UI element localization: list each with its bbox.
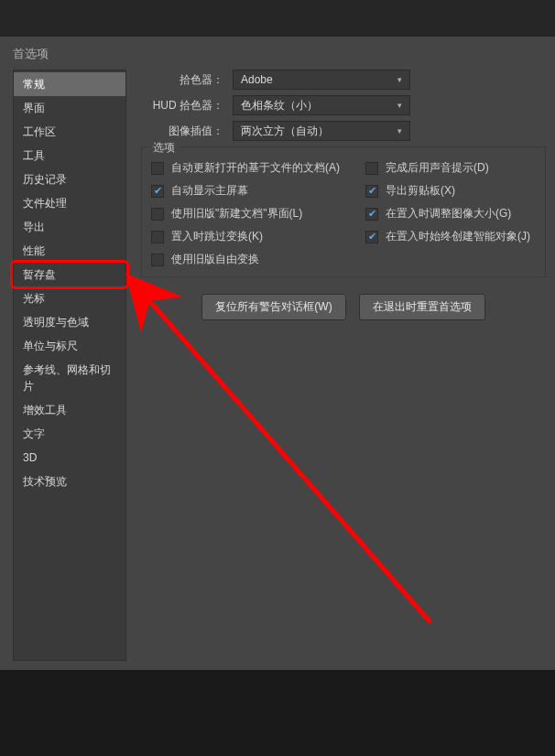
option-checkbox[interactable]: 使用旧版自由变换	[151, 252, 362, 267]
interp-row: 图像插值： 两次立方（自动） ▾	[141, 121, 546, 141]
color-picker-label: 拾色器：	[141, 72, 233, 88]
option-checkbox[interactable]: 使用旧版"新建文档"界面(L)	[151, 206, 362, 221]
reset-warnings-button[interactable]: 复位所有警告对话框(W)	[201, 294, 345, 320]
sidebar-item[interactable]: 性能	[14, 239, 125, 263]
option-label: 自动更新打开的基于文件的文档(A)	[171, 160, 340, 176]
hud-picker-row: HUD 拾色器： 色相条纹（小） ▾	[141, 95, 546, 115]
dialog-body: 常规界面工作区工具历史记录文件处理导出性能暂存盘光标透明度与色域单位与标尺参考线…	[0, 70, 555, 670]
option-checkbox[interactable]: 置入时跳过变换(K)	[151, 229, 362, 244]
checkbox-checked-icon	[151, 185, 164, 198]
color-picker-select[interactable]: Adobe ▾	[233, 70, 410, 90]
sidebar-item[interactable]: 参考线、网格和切片	[14, 358, 125, 398]
interp-label: 图像插值：	[141, 124, 233, 139]
option-label: 使用旧版"新建文档"界面(L)	[171, 206, 302, 221]
sidebar-item[interactable]: 历史记录	[14, 167, 125, 191]
sidebar-item[interactable]: 文字	[14, 422, 125, 446]
option-label: 使用旧版自由变换	[171, 252, 259, 267]
option-checkbox[interactable]: 自动显示主屏幕	[151, 183, 362, 199]
interp-value: 两次立方（自动）	[241, 124, 329, 139]
preferences-dialog: 首选项 常规界面工作区工具历史记录文件处理导出性能暂存盘光标透明度与色域单位与标…	[0, 37, 555, 670]
buttons-row: 复位所有警告对话框(W) 在退出时重置首选项	[141, 294, 546, 320]
sidebar-item[interactable]: 导出	[14, 215, 125, 239]
options-legend: 选项	[149, 140, 179, 156]
sidebar-item[interactable]: 文件处理	[14, 191, 125, 215]
option-label: 完成后用声音提示(D)	[386, 160, 489, 176]
checkbox-unchecked-icon	[151, 231, 164, 243]
hud-picker-label: HUD 拾色器：	[141, 98, 233, 113]
chevron-down-icon: ▾	[397, 101, 402, 110]
sidebar-item[interactable]: 界面	[14, 96, 125, 120]
reset-on-quit-button[interactable]: 在退出时重置首选项	[359, 294, 485, 320]
option-checkbox[interactable]: 在置入时调整图像大小(G)	[365, 206, 536, 221]
options-grid: 自动更新打开的基于文件的文档(A)完成后用声音提示(D)自动显示主屏幕导出剪贴板…	[151, 160, 536, 267]
checkbox-checked-icon	[365, 231, 378, 243]
checkbox-checked-icon	[365, 185, 378, 198]
preferences-content: 拾色器： Adobe ▾ HUD 拾色器： 色相条纹（小） ▾ 图像插值： 两次…	[126, 70, 546, 661]
checkbox-checked-icon	[365, 208, 378, 221]
chevron-down-icon: ▾	[397, 126, 402, 135]
sidebar-item[interactable]: 单位与标尺	[14, 334, 125, 358]
sidebar-item[interactable]: 增效工具	[14, 398, 125, 422]
color-picker-value: Adobe	[241, 73, 273, 86]
dialog-title: 首选项	[0, 37, 555, 70]
color-picker-row: 拾色器： Adobe ▾	[141, 70, 546, 90]
option-label: 在置入时调整图像大小(G)	[386, 206, 511, 221]
option-label: 在置入时始终创建智能对象(J)	[386, 229, 530, 244]
option-label: 导出剪贴板(X)	[386, 183, 455, 199]
sidebar-item[interactable]: 常规	[14, 72, 125, 96]
checkbox-unchecked-icon	[151, 162, 164, 175]
sidebar-item[interactable]: 3D	[14, 446, 125, 470]
option-checkbox[interactable]: 导出剪贴板(X)	[365, 183, 536, 199]
option-checkbox[interactable]: 自动更新打开的基于文件的文档(A)	[151, 160, 362, 176]
option-checkbox[interactable]: 完成后用声音提示(D)	[365, 160, 536, 176]
app-topstrip	[0, 0, 555, 37]
sidebar-item[interactable]: 光标	[14, 286, 125, 310]
sidebar-item[interactable]: 技术预览	[14, 470, 125, 493]
hud-picker-value: 色相条纹（小）	[241, 98, 318, 113]
options-fieldset: 选项 自动更新打开的基于文件的文档(A)完成后用声音提示(D)自动显示主屏幕导出…	[141, 146, 546, 277]
sidebar-item[interactable]: 工具	[14, 144, 125, 167]
checkbox-unchecked-icon	[151, 254, 164, 266]
checkbox-unchecked-icon	[365, 162, 378, 175]
checkbox-unchecked-icon	[151, 208, 164, 221]
sidebar-item[interactable]: 透明度与色域	[14, 310, 125, 334]
chevron-down-icon: ▾	[397, 75, 402, 84]
sidebar-item[interactable]: 工作区	[14, 120, 125, 144]
interp-select[interactable]: 两次立方（自动） ▾	[233, 121, 410, 141]
option-label: 自动显示主屏幕	[171, 183, 248, 199]
sidebar-item[interactable]: 暂存盘	[14, 263, 125, 286]
preferences-sidebar: 常规界面工作区工具历史记录文件处理导出性能暂存盘光标透明度与色域单位与标尺参考线…	[13, 70, 126, 661]
option-label: 置入时跳过变换(K)	[171, 229, 263, 244]
hud-picker-select[interactable]: 色相条纹（小） ▾	[233, 95, 410, 115]
option-checkbox[interactable]: 在置入时始终创建智能对象(J)	[365, 229, 536, 244]
